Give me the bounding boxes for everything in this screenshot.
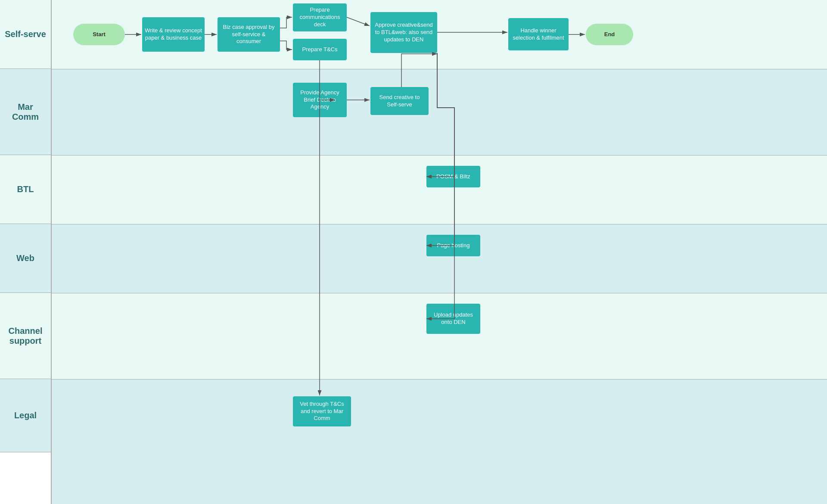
approve-creative-node: Approve creative&send to BTL&web: also s… [370,12,437,53]
swim-lane-web [52,224,827,293]
lane-divider-4 [52,293,827,293]
vet-tc-node: Vet through T&Cs and revert to Mar Comm [293,396,351,426]
lane-label-legal: Legal [0,379,51,452]
lane-divider-2 [52,155,827,156]
send-creative-node: Send creative to Self-serve [370,87,429,115]
biz-case-node: Biz case approval by self-service & cons… [218,17,280,52]
provide-agency-node: Provide Agency Brief Deck to Agency [293,83,347,117]
prepare-comm-node: Prepare communications deck [293,3,347,31]
lane-label-web: Web [0,224,51,293]
end-node: End [586,24,633,45]
lane-label-btl: BTL [0,155,51,224]
prepare-tc-node: Prepare T&Cs [293,39,347,60]
write-review-node: Write & review concept paper & business … [142,17,205,52]
lanes-labels: Self-serve Mar Comm BTL Web Channel supp… [0,0,52,504]
lane-divider-5 [52,379,827,380]
handle-winner-node: Handle winner selection & fulfilment [508,18,569,50]
page-hosting-node: Page hosting [426,235,480,256]
lane-label-self-serve: Self-serve [0,0,51,69]
start-node: Start [73,24,125,45]
diagram-main: Start Write & review concept paper & bus… [52,0,827,504]
lane-divider-1 [52,69,827,69]
swim-lane-mar-comm [52,69,827,155]
posm-biltz-node: POSM & Biltz [426,166,480,187]
upload-updates-node: Upload updates onto DEN [426,304,480,334]
swim-lane-legal [52,379,827,504]
lane-label-mar-comm: Mar Comm [0,69,51,155]
swim-lane-btl [52,155,827,224]
diagram-container: Self-serve Mar Comm BTL Web Channel supp… [0,0,827,504]
lane-label-channel-support: Channel support [0,293,51,379]
lane-divider-3 [52,224,827,224]
